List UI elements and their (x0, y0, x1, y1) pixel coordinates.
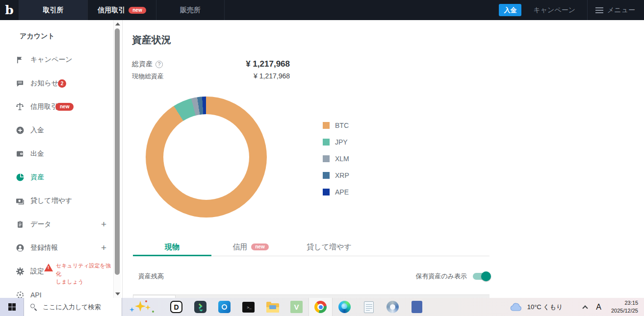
search-placeholder: ここに入力して検索 (43, 303, 101, 312)
legend-swatch (323, 139, 330, 146)
holdings-only-label: 保有資産のみ表示 (415, 272, 467, 281)
withdraw-icon (15, 149, 25, 159)
sidebar-section-title: アカウント (20, 32, 55, 41)
sidebar-item-3[interactable]: 信用取引new (0, 100, 114, 114)
asset-tab-3[interactable]: 貸して増やす (290, 238, 368, 256)
start-button[interactable] (0, 298, 24, 316)
sidebar-item-2[interactable]: お知らせ2 (0, 76, 114, 90)
asset-tabs: 現物信用new貸して増やす (133, 238, 368, 256)
weather-widget[interactable]: 10°C くもり (510, 302, 563, 312)
outlook-app-icon[interactable] (212, 298, 236, 316)
spot-total-label: 現物総資産 (132, 72, 164, 81)
legend-item-btc: BTC (323, 121, 349, 130)
system-tray: 10°C くもり A 23:15 2025/12/25 (510, 298, 644, 316)
new-badge: new (55, 103, 74, 111)
toggle-knob (481, 271, 491, 281)
ime-indicator[interactable]: A (596, 303, 601, 312)
sidebar-item-4[interactable]: 入金 (0, 123, 114, 137)
clock[interactable]: 23:15 2025/12/25 (611, 299, 638, 315)
notepad-app-icon[interactable] (357, 298, 381, 316)
search-highlights-icon[interactable] (129, 300, 157, 315)
swirl-browser-icon[interactable] (381, 298, 405, 316)
deposit-button[interactable]: 入金 (499, 4, 521, 16)
tray-expand-icon[interactable] (583, 305, 588, 311)
sidebar-item-1[interactable]: キャンペーン (0, 53, 114, 67)
weather-desc: くもり (543, 303, 563, 311)
page-title: 資産状況 (132, 33, 171, 47)
sidebar-item-6[interactable]: 資産 (0, 170, 114, 184)
money-icon (15, 196, 25, 206)
date: 2025/12/25 (611, 308, 638, 314)
top-tab-1[interactable]: 取引所 (19, 0, 87, 20)
d-app-icon[interactable]: D (164, 298, 188, 316)
hamburger-icon (595, 7, 603, 13)
sidebar-item-7[interactable]: 貸して増やす (0, 194, 114, 208)
search-icon (30, 303, 38, 311)
notification-count-badge: 2 (58, 79, 66, 88)
balance-table-header-strip (133, 294, 489, 298)
bitbank-logo[interactable]: b (0, 0, 19, 20)
top-navigation-bar: b 取引所信用取引new販売所 入金 キャンペーン メニュー (0, 0, 644, 20)
v-app-icon[interactable]: V (284, 298, 309, 316)
spot-total-row: 現物総資産 ¥ 1,217,968 (132, 72, 290, 81)
sidebar-item-8[interactable]: データ+ (0, 218, 114, 231)
sidebar-item-9[interactable]: 登録情報+ (0, 241, 114, 255)
menu-label: メニュー (607, 6, 635, 15)
chat-icon (15, 79, 25, 88)
top-tab-2[interactable]: 信用取引new (87, 0, 156, 20)
file-explorer-icon[interactable] (260, 298, 284, 316)
scales-icon (15, 102, 25, 112)
help-icon[interactable]: ? (155, 61, 163, 68)
person-icon (15, 243, 25, 253)
menu-button[interactable]: メニュー (595, 6, 635, 15)
asset-tab-2[interactable]: 信用new (211, 238, 290, 256)
new-badge: new (251, 243, 268, 250)
scroll-up-icon[interactable] (115, 23, 120, 25)
asset-tab-1[interactable]: 現物 (133, 238, 211, 256)
sidebar: アカウント キャンペーンお知らせ2信用取引new入金出金資産貸して増やすデータ+… (0, 20, 123, 298)
windows-logo-icon (8, 303, 16, 311)
chrome-app-icon[interactable] (309, 298, 333, 316)
legend-swatch (323, 122, 330, 129)
api-icon (15, 291, 25, 298)
legend-item-xlm: XLM (323, 154, 349, 164)
pie-icon (15, 173, 25, 182)
total-assets-row: 総資産 ? ¥ 1,217,968 (132, 59, 290, 69)
sidebar-item-10[interactable]: 設定セキュリティ設定を強化しましょう (0, 265, 114, 278)
legend-swatch (323, 189, 330, 195)
sidebar-item-5[interactable]: 出金 (0, 147, 114, 161)
edge-app-icon[interactable] (333, 298, 357, 316)
security-warning: セキュリティ設定を強化しましょう (44, 262, 113, 286)
holdings-only-toggle[interactable] (473, 273, 489, 280)
taskbar-apps: D>_V (164, 298, 429, 316)
balance-label: 資産残高 (138, 272, 164, 281)
top-tab-3[interactable]: 販売所 (156, 0, 225, 20)
chart-legend: BTCJPYXLMXRPAPE (323, 121, 349, 204)
expand-plus-icon[interactable]: + (101, 219, 106, 230)
scroll-down-icon[interactable] (115, 292, 120, 295)
sidebar-scrollbar[interactable] (113, 20, 121, 298)
scrollbar-thumb[interactable] (115, 28, 120, 275)
legend-item-xrp: XRP (323, 170, 349, 180)
total-assets-label: 総資産 (132, 60, 153, 69)
windows-taskbar: ここに入力して検索 D>_V 10°C くもり A 23:15 2025/12/… (0, 298, 644, 316)
warning-icon (44, 264, 53, 271)
active-tab-underline (133, 255, 211, 256)
sidebar-item-11[interactable]: API (0, 288, 114, 298)
legend-swatch (323, 155, 330, 162)
taskbar-search-input[interactable]: ここに入力して検索 (24, 298, 122, 316)
filmora-app-icon[interactable] (188, 298, 212, 316)
weather-temp: 10°C (527, 303, 541, 311)
terminal-app-icon[interactable]: >_ (236, 298, 260, 316)
flag-icon (15, 55, 25, 65)
clipboard-icon (15, 220, 25, 229)
legend-item-ape: APE (323, 187, 349, 197)
topbar-divider (587, 0, 588, 20)
campaign-link[interactable]: キャンペーン (533, 6, 575, 15)
top-tabs: 取引所信用取引new販売所 (19, 0, 225, 20)
asset-donut-chart (146, 97, 267, 218)
expand-plus-icon[interactable]: + (101, 243, 106, 253)
calculator-app-icon[interactable] (405, 298, 429, 316)
balance-header-row: 資産残高 保有資産のみ表示 (138, 272, 489, 281)
legend-item-jpy: JPY (323, 137, 349, 147)
